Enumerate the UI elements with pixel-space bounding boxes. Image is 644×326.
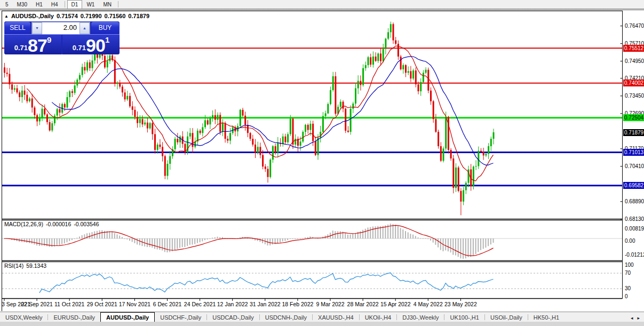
- macd-scale-max: 0.008197: [625, 226, 644, 232]
- timeframe-button-h4[interactable]: H4: [47, 0, 62, 9]
- symbol-triangle-icon: ▲: [4, 14, 9, 19]
- tab-usdx-weekly[interactable]: USDX,Weekly: [0, 313, 47, 322]
- volume-value[interactable]: 2.00: [42, 22, 79, 34]
- date-label: 15 Apr 2022: [380, 301, 411, 307]
- macd-scale-min: -0.01212: [625, 252, 644, 258]
- tab-xauusd-h4[interactable]: XAUUSD-,H4: [313, 313, 359, 322]
- date-label: 6 Dec 2021: [153, 301, 182, 307]
- buy-price-prefix: 0.71: [73, 44, 86, 52]
- macd-value-1: -0.000016: [46, 221, 71, 227]
- one-click-trading-panel: SELL ▼ 2.00 ▲ BUY 0.71 87 9 0.71 90 1: [4, 21, 120, 54]
- price-tick-label: 0.68130: [625, 216, 644, 222]
- tab-usdcad-daily[interactable]: USDCAD-,Daily: [207, 313, 259, 322]
- timeframe-button-m30[interactable]: M30: [13, 0, 31, 9]
- price-axis: 0.764700.757100.749500.742100.734500.726…: [623, 11, 644, 311]
- date-label: 11 Oct 2021: [54, 301, 85, 307]
- buy-button[interactable]: BUY: [91, 22, 119, 34]
- timeframe-button-mn[interactable]: MN: [99, 0, 116, 9]
- macd-value-2: -0.003546: [74, 221, 99, 227]
- chart-canvas[interactable]: 3 Sep 202122 Sep 202111 Oct 202129 Oct 2…: [0, 11, 623, 311]
- ohlc-low: 0.71560: [105, 13, 126, 19]
- buy-price-big: 90: [86, 37, 105, 53]
- window-bottom-strip: [0, 322, 644, 326]
- tab-usdcnh-daily[interactable]: USDCNH-,Daily: [260, 313, 312, 322]
- level-price-label: 0.71013: [623, 149, 644, 156]
- sell-price-panel[interactable]: 0.71 87 9: [4, 34, 61, 54]
- date-label: 28 Mar 2022: [347, 301, 379, 307]
- rsi-scale-label: 30: [625, 285, 631, 292]
- buy-price-panel[interactable]: 0.71 90 1: [62, 34, 120, 54]
- level-price-label: 0.72504: [623, 114, 644, 121]
- price-tick-label: 0.76470: [625, 23, 644, 29]
- buy-price-sup: 1: [105, 35, 109, 44]
- rsi-value: 59.1343: [26, 263, 46, 269]
- volume-decrease-button[interactable]: ▼: [32, 22, 42, 34]
- price-tick-label: 0.74950: [625, 58, 644, 65]
- price-tick-label: 0.73450: [625, 93, 644, 99]
- level-price-label: 0.75512: [623, 45, 644, 52]
- timeframe-button-d1[interactable]: D1: [67, 0, 83, 9]
- toolbar-separator: [65, 1, 65, 7]
- tabs-scroll-right-icon[interactable]: ▸: [637, 315, 640, 321]
- date-label: 22 Sep 2021: [21, 301, 53, 307]
- tab-ukoil-h4[interactable]: UKOil-,H4: [360, 313, 397, 322]
- timeframe-toolbar: 5M30H1H4D1W1MN: [0, 0, 644, 9]
- date-label: 29 Oct 2021: [87, 301, 117, 307]
- sell-price-prefix: 0.71: [14, 44, 28, 52]
- symbol-tab-bar: USDX,WeeklyEURUSD-,DailyAUDUSD-,DailyUSD…: [0, 312, 644, 322]
- date-label: 24 Dec 2021: [184, 301, 216, 307]
- macd-scale-zero: 0.00: [625, 238, 635, 244]
- sell-price-big: 87: [28, 37, 47, 53]
- timeframe-button-5[interactable]: 5: [1, 0, 13, 9]
- date-label: 23 May 2022: [444, 301, 477, 307]
- tab-usoil-daily[interactable]: USOil-,Daily: [485, 313, 528, 322]
- symbol-name: AUDUSD-,Daily: [11, 13, 54, 19]
- ohlc-open: 0.71574: [57, 13, 78, 19]
- date-label: 12 Jan 2022: [217, 301, 248, 307]
- ohlc-high: 0.71990: [81, 13, 102, 19]
- date-label: 31 Jan 2022: [250, 301, 281, 307]
- tabs-scroll-left-icon[interactable]: ◂: [631, 315, 633, 321]
- current-price-label: 0.71879: [623, 129, 644, 136]
- level-price-label: 0.74002: [623, 79, 644, 86]
- tab-uk100-h1[interactable]: UK100-,H1: [444, 313, 484, 322]
- date-label: 9 Mar 2022: [316, 301, 344, 307]
- timeframe-button-w1[interactable]: W1: [82, 0, 99, 9]
- date-label: 4 May 2022: [414, 301, 443, 307]
- window-edge: [0, 9, 644, 11]
- rsi-label: RSI(14) 59.1343: [4, 263, 46, 269]
- rsi-scale-label: 100: [625, 262, 634, 268]
- tab-hk50-h1[interactable]: HK50-,H1: [528, 313, 565, 322]
- tab-audusd-daily[interactable]: AUDUSD-,Daily: [100, 312, 155, 322]
- rsi-scale-label: 70: [625, 270, 631, 276]
- date-label: 18 Feb 2022: [282, 301, 313, 307]
- rsi-name: RSI(14): [4, 263, 23, 269]
- ohlc-close: 0.71879: [128, 13, 149, 19]
- sell-price-sup: 9: [47, 35, 51, 44]
- price-tick-label: 0.70410: [625, 163, 644, 170]
- chart-title: ▲ AUDUSD-,Daily 0.71574 0.71990 0.71560 …: [4, 13, 149, 19]
- volume-increase-button[interactable]: ▲: [79, 22, 90, 34]
- tab-usdchf-daily[interactable]: USDCHF-,Daily: [155, 313, 206, 322]
- volume-spinner: ▼ 2.00 ▲: [31, 22, 90, 35]
- macd-label: MACD(12,26,9) -0.000016 -0.003546: [4, 221, 99, 227]
- date-label: 17 Nov 2021: [119, 301, 151, 307]
- toolbar-separator: [118, 1, 118, 7]
- price-tick-label: 0.68890: [625, 198, 644, 205]
- sell-button[interactable]: SELL: [5, 22, 30, 34]
- tab-eurusd-daily[interactable]: EURUSD-,Daily: [48, 313, 100, 322]
- tab-dj30-weekly[interactable]: DJ30-,Weekly: [397, 313, 444, 322]
- trading-terminal-window: 5M30H1H4D1W1MN 3 Sep 202122 Sep 202111 O…: [0, 0, 644, 326]
- timeframe-button-h1[interactable]: H1: [31, 0, 47, 9]
- macd-name: MACD(12,26,9): [4, 221, 43, 227]
- level-price-label: 0.69582: [623, 182, 644, 189]
- rsi-scale-label: 0: [625, 293, 628, 300]
